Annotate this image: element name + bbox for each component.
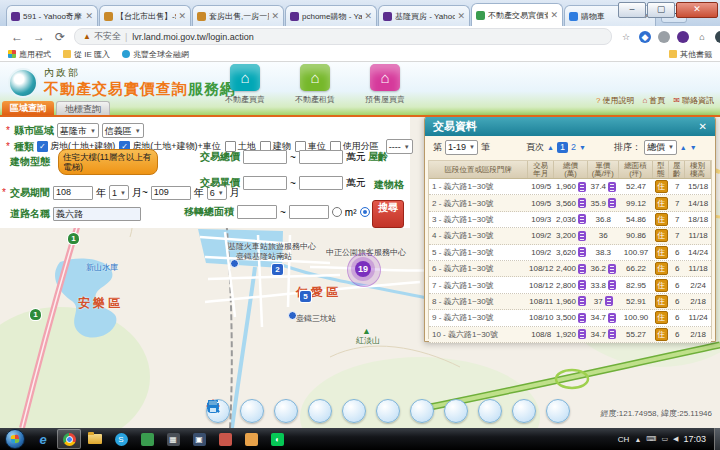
home-link[interactable]: ⌂ 首頁 bbox=[642, 95, 665, 106]
record-range-select[interactable]: 1-19▼ bbox=[445, 140, 478, 155]
bookmark-star-icon[interactable]: ☆ bbox=[620, 31, 632, 43]
table-row[interactable]: 3 - 義六路1~30號 109/3 2,036 36.8 54.86 住 7 … bbox=[429, 212, 711, 228]
taskbar-skype[interactable]: S bbox=[109, 429, 133, 449]
nav-rent[interactable]: ⌂ 不動產租賃 bbox=[292, 64, 338, 105]
district-select[interactable]: 信義區▼ bbox=[102, 123, 144, 138]
building-icon[interactable] bbox=[608, 280, 616, 290]
building-icon[interactable] bbox=[578, 231, 586, 241]
forward-button[interactable]: → bbox=[33, 28, 45, 46]
building-icon[interactable] bbox=[578, 198, 586, 208]
road-input[interactable]: 義六路 bbox=[53, 207, 141, 221]
cell-location[interactable]: 7 - 義六路1~30號 bbox=[429, 280, 528, 291]
taskbar-chrome[interactable] bbox=[57, 429, 81, 449]
reload-button[interactable]: ⟳ bbox=[55, 28, 65, 46]
extension-icon[interactable] bbox=[658, 31, 670, 43]
building-icon[interactable] bbox=[608, 182, 616, 192]
building-icon[interactable] bbox=[608, 329, 616, 339]
to-year-input[interactable]: 109 bbox=[151, 186, 191, 200]
taskbar-app-green[interactable] bbox=[135, 429, 159, 449]
other-bookmarks[interactable]: 其他書籤 bbox=[669, 49, 712, 60]
page-2[interactable]: 2 bbox=[571, 142, 576, 152]
cell-location[interactable]: 10 - 義六路1~30號 bbox=[429, 329, 528, 340]
table-row[interactable]: 8 - 義六路1~30號 108/11 1,960 37 52.91 住 6 2… bbox=[429, 294, 711, 310]
home-extension-icon[interactable]: ⌂ bbox=[696, 31, 708, 43]
area-max-input[interactable] bbox=[289, 205, 329, 219]
area-min-input[interactable] bbox=[237, 205, 277, 219]
previous-view-button[interactable] bbox=[342, 399, 366, 423]
sort-desc-icon[interactable]: ▼ bbox=[690, 144, 697, 151]
taskbar-app-1[interactable]: ▦ bbox=[161, 429, 185, 449]
locate-pin-button[interactable] bbox=[444, 399, 468, 423]
page-down-icon[interactable]: ▼ bbox=[579, 144, 586, 151]
avatar[interactable] bbox=[715, 31, 720, 43]
site-logo[interactable]: 內政部 不動產交易實價查詢服務網 bbox=[8, 66, 236, 99]
cell-location[interactable]: 8 - 義六路1~30號 bbox=[429, 296, 528, 307]
table-row[interactable]: 9 - 義六路1~30號 108/10 3,500 34.7 100.90 住 … bbox=[429, 310, 711, 326]
tab-close-icon[interactable]: ✕ bbox=[176, 11, 186, 21]
building-icon[interactable] bbox=[608, 313, 616, 323]
shield-extension-icon[interactable]: ◆ bbox=[639, 31, 651, 43]
browser-tab[interactable]: 591 - Yahoo奇摩 股 ✕ bbox=[6, 5, 98, 26]
tab-region-query[interactable]: 區域查詢 bbox=[2, 101, 54, 115]
sort-select[interactable]: 總價▼ bbox=[644, 140, 677, 155]
table-row[interactable]: 5 - 義六路1~30號 109/2 3,620 38.3 100.97 住 6… bbox=[429, 245, 711, 261]
taskbar-ie[interactable]: e bbox=[31, 429, 55, 449]
table-row[interactable]: 6 - 義六路1~30號 108/12 2,400 36.2 66.22 住 6… bbox=[429, 261, 711, 277]
clock[interactable]: 17:03 bbox=[683, 434, 706, 444]
address-bar[interactable]: ▲ 不安全 | lvr.land.moi.gov.tw/login.action bbox=[74, 28, 612, 45]
page-1[interactable]: 1 bbox=[557, 142, 568, 153]
minimize-button[interactable]: – bbox=[618, 2, 646, 18]
language-indicator[interactable]: CH bbox=[618, 435, 630, 444]
m2-radio[interactable] bbox=[332, 207, 342, 217]
table-row[interactable]: 10 - 義六路1~30號 108/8 1,920 34.7 55.27 住 6… bbox=[429, 327, 711, 343]
print-button[interactable] bbox=[546, 399, 570, 423]
purple-extension-icon[interactable] bbox=[677, 31, 689, 43]
cell-location[interactable]: 6 - 義六路1~30號 bbox=[429, 263, 528, 274]
back-button[interactable]: ← bbox=[11, 28, 23, 46]
cell-location[interactable]: 5 - 義六路1~30號 bbox=[429, 247, 528, 258]
nav-presale[interactable]: ⌂ 預售屋買賣 bbox=[362, 64, 408, 105]
nav-sale[interactable]: ⌂ 不動產買賣 bbox=[222, 64, 268, 105]
help-link[interactable]: ? 使用說明 bbox=[596, 95, 634, 106]
tab-close-icon[interactable]: ✕ bbox=[83, 11, 93, 21]
tab-close-icon[interactable]: ✕ bbox=[455, 11, 465, 21]
tray-expand-icon[interactable]: ▲ bbox=[634, 436, 641, 443]
tab-close-icon[interactable]: ✕ bbox=[269, 11, 279, 21]
taskbar-app-orange[interactable] bbox=[239, 429, 263, 449]
table-row[interactable]: 4 - 義六路1~30號 109/2 3,200 36 90.86 住 7 11… bbox=[429, 228, 711, 244]
cell-location[interactable]: 2 - 義六路1~30號 bbox=[429, 198, 528, 209]
url-text[interactable]: lvr.land.moi.gov.tw/login.action bbox=[132, 32, 253, 42]
not-secure-label[interactable]: 不安全 bbox=[94, 30, 121, 43]
sort-asc-icon[interactable]: ▲ bbox=[680, 144, 687, 151]
unit-max-input[interactable] bbox=[299, 176, 343, 190]
tab-close-icon[interactable]: ✕ bbox=[548, 10, 558, 20]
taskbar-app-red[interactable] bbox=[213, 429, 237, 449]
city-select[interactable]: 基隆市▼ bbox=[57, 123, 99, 138]
bookmark-ie-import[interactable]: 從 IE 匯入 bbox=[63, 49, 110, 60]
browser-tab[interactable]: 不動產交易實價查詢 ✕ bbox=[471, 3, 563, 26]
building-icon[interactable] bbox=[605, 296, 613, 306]
close-button[interactable]: ✕ bbox=[676, 2, 718, 18]
building-icon[interactable] bbox=[578, 313, 586, 323]
table-row[interactable]: 2 - 義六路1~30號 109/5 3,560 35.9 99.12 住 7 … bbox=[429, 195, 711, 211]
building-icon[interactable] bbox=[578, 247, 586, 257]
network-icon[interactable]: ▭ bbox=[661, 435, 668, 443]
bookmark-apps[interactable]: 應用程式 bbox=[8, 49, 51, 60]
from-month-select[interactable]: 1▼ bbox=[109, 185, 129, 200]
result-cluster-marker[interactable]: 19 bbox=[347, 253, 379, 285]
rectangle-select-button[interactable] bbox=[478, 399, 502, 423]
pan-button[interactable] bbox=[274, 399, 298, 423]
contact-link[interactable]: ✉ 聯絡資訊 bbox=[673, 95, 714, 106]
select-pointer-button[interactable] bbox=[376, 399, 400, 423]
bookmark-megabank[interactable]: 兆豐全球金融網 bbox=[122, 49, 189, 60]
unit-min-input[interactable] bbox=[243, 176, 287, 190]
cell-location[interactable]: 3 - 義六路1~30號 bbox=[429, 214, 528, 225]
building-icon[interactable] bbox=[578, 280, 586, 290]
building-icon[interactable] bbox=[608, 264, 616, 274]
checkbox-icon[interactable]: ✓ bbox=[37, 141, 48, 152]
taskbar-app-2[interactable]: ▣ bbox=[187, 429, 211, 449]
full-extent-button[interactable] bbox=[308, 399, 332, 423]
browser-tab[interactable]: 套房出售,一房一廳一 ✕ bbox=[192, 5, 284, 26]
building-type-button[interactable]: 住宅大樓(11層含以上有電梯) bbox=[58, 149, 158, 175]
volume-icon[interactable]: ◀ bbox=[673, 435, 678, 443]
